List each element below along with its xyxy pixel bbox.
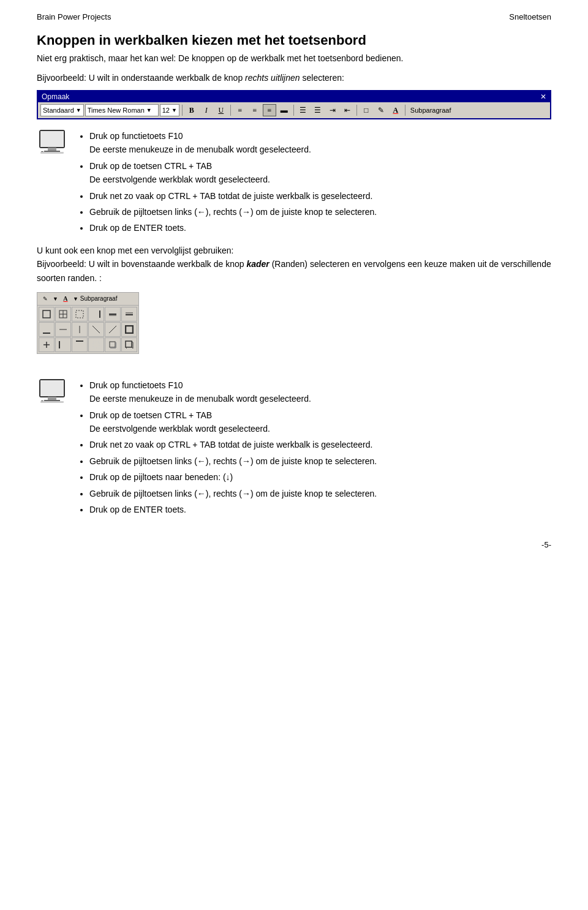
dropdown-size-arrow: ▼ xyxy=(172,107,177,113)
list-item: Druk net zo vaak op CTRL + TAB totdat de… xyxy=(89,189,377,203)
toolbar-separator-4 xyxy=(356,105,357,116)
small-toolbar-top: ✎ ▼ A ▼ Subparagraaf xyxy=(37,293,138,306)
tb-cell-top-thick[interactable] xyxy=(105,307,121,322)
toolbar-border-button[interactable]: □ xyxy=(360,104,373,116)
toolbar-underline-button[interactable]: U xyxy=(214,104,228,116)
toolbar-dropdown-style[interactable]: Standaard ▼ xyxy=(40,104,84,116)
dropdown-style-arrow: ▼ xyxy=(76,107,81,113)
svg-rect-21 xyxy=(126,326,133,333)
tb-cell-shadow[interactable] xyxy=(105,337,121,352)
toolbar-title: Opmaak xyxy=(42,92,69,101)
list-item: Druk op de pijltoets naar beneden: (↓) xyxy=(89,470,377,484)
svg-rect-3 xyxy=(44,151,60,152)
list-item: Druk op de ENTER toets. xyxy=(89,503,377,516)
page-number: -5- xyxy=(541,540,551,549)
list-item: Gebruik de pijltoetsen links (←), rechts… xyxy=(89,487,377,500)
list-item: Gebruik de pijltoetsen links (←), rechts… xyxy=(89,205,377,219)
toolbar-align-right-button[interactable]: ≡ xyxy=(263,104,276,116)
tb-cell-top-border[interactable] xyxy=(72,337,88,352)
list-item: Druk op de ENTER toets. xyxy=(89,221,377,235)
tb-cell-double-bottom[interactable] xyxy=(121,307,137,322)
toolbar-indent-button[interactable]: ⇥ xyxy=(326,104,339,116)
subtitle: Niet erg praktisch, maar het kan wel: De… xyxy=(37,53,551,63)
list-item: Druk op functietoets F10De eerste menuke… xyxy=(89,378,377,406)
tb-cell-bottom-border[interactable] xyxy=(39,322,55,337)
tb-cell-right-border[interactable] xyxy=(88,307,104,322)
toolbar-list-bullet-button[interactable]: ☰ xyxy=(296,104,310,116)
tb-cell-thick-box[interactable] xyxy=(121,322,137,337)
small-toolbar-grid xyxy=(37,306,138,353)
intro-text: Bijvoorbeeld: U wilt in onderstaande wer… xyxy=(37,73,551,83)
tb-cell-diag-up[interactable] xyxy=(105,322,121,337)
toolbar-separator-5 xyxy=(405,105,405,116)
list-item: Druk op de toetsen CTRL + TABDe eerstvol… xyxy=(89,159,377,187)
toolbar-close: ✕ xyxy=(540,92,546,101)
list-item: Druk net zo vaak op CTRL + TAB totdat de… xyxy=(89,438,377,451)
tb-cell-outside[interactable] xyxy=(39,307,55,322)
small-toolbar-mockup: ✎ ▼ A ▼ Subparagraaf xyxy=(37,292,139,354)
toolbar-outdent-button[interactable]: ⇤ xyxy=(341,104,354,116)
svg-rect-5 xyxy=(40,152,64,154)
svg-rect-26 xyxy=(93,342,99,348)
svg-rect-40 xyxy=(40,401,64,403)
tb-cell-all-borders[interactable] xyxy=(55,307,71,322)
toolbar-font-color-button[interactable]: A xyxy=(389,104,402,116)
tb-cell-inner-v[interactable] xyxy=(72,322,88,337)
toolbar-italic-button[interactable]: I xyxy=(200,104,213,116)
tb-cell-dotted[interactable] xyxy=(72,307,88,322)
dropdown-size-label: 12 xyxy=(162,107,170,114)
dropdown-font-label: Times New Roman xyxy=(88,107,145,114)
header: Brain Power Projects Sneltoetsen xyxy=(37,12,551,21)
tb-cell-inner-h[interactable] xyxy=(55,322,71,337)
list-item: Druk op de toetsen CTRL + TABDe eerstvol… xyxy=(89,408,377,436)
toolbar-align-justify-button[interactable]: ▬ xyxy=(277,104,291,116)
toolbar-body: Standaard ▼ Times New Roman ▼ 12 ▼ B I U… xyxy=(38,102,550,118)
svg-line-19 xyxy=(92,326,100,333)
header-left: Brain Power Projects xyxy=(37,12,111,21)
toolbar-list-number-button[interactable]: ☰ xyxy=(311,104,325,116)
toolbar-titlebar: Opmaak ✕ xyxy=(38,91,550,102)
tb-cell-left-border[interactable] xyxy=(55,337,71,352)
tb-cell-3d[interactable] xyxy=(121,337,137,352)
page: Brain Power Projects Sneltoetsen Knoppen… xyxy=(0,0,588,562)
bullet-list-2: Druk op functietoets F10De eerste menuke… xyxy=(77,378,377,519)
toolbar-dropdown-size[interactable]: 12 ▼ xyxy=(160,104,179,116)
toolbar-align-left-button[interactable]: ≡ xyxy=(233,104,247,116)
bullet-section-2: Druk op functietoets F10De eerste menuke… xyxy=(37,378,551,519)
tb-cell-diag-down[interactable] xyxy=(88,322,104,337)
svg-rect-1 xyxy=(40,131,64,147)
header-right: Sneltoetsen xyxy=(509,12,551,21)
toolbar-separator-2 xyxy=(230,105,231,116)
dropdown-font-arrow: ▼ xyxy=(146,107,152,113)
monitor-icon-2 xyxy=(37,378,67,405)
small-tb-subparagraaf: Subparagraaf xyxy=(80,295,118,302)
svg-rect-27 xyxy=(110,342,115,347)
middle-text: U kunt ook een knop met een vervolglijst… xyxy=(37,244,551,285)
toolbar-subparagraaf-label: Subparagraaf xyxy=(410,107,451,114)
monitor-icon-1 xyxy=(37,129,67,156)
list-item: Gebruik de pijltoetsen links (←), rechts… xyxy=(89,454,377,468)
list-item: Druk op functietoets F10De eerste menuke… xyxy=(89,129,377,157)
svg-rect-38 xyxy=(44,400,60,401)
svg-line-20 xyxy=(109,326,116,333)
tb-cell-plus[interactable] xyxy=(39,337,55,352)
bullet-list-1: Druk op functietoets F10De eerste menuke… xyxy=(77,129,377,238)
toolbar-mockup: Opmaak ✕ Standaard ▼ Times New Roman ▼ 1… xyxy=(37,90,551,119)
svg-rect-28 xyxy=(110,347,116,348)
svg-rect-37 xyxy=(48,397,56,400)
bullet-section-1: Druk op functietoets F10De eerste menuke… xyxy=(37,129,551,238)
small-tb-font-color[interactable]: A xyxy=(60,294,71,304)
svg-rect-2 xyxy=(48,148,56,151)
dropdown-style-label: Standaard xyxy=(43,107,74,114)
svg-rect-36 xyxy=(40,380,64,396)
svg-rect-6 xyxy=(43,310,50,318)
toolbar-align-center-button[interactable]: ≡ xyxy=(248,104,262,116)
toolbar-bold-button[interactable]: B xyxy=(185,104,198,116)
toolbar-separator-3 xyxy=(293,105,294,116)
svg-rect-29 xyxy=(115,342,116,348)
toolbar-pencil-button[interactable]: ✎ xyxy=(374,104,388,116)
small-tb-pencil[interactable]: ✎ xyxy=(40,294,51,304)
toolbar-dropdown-font[interactable]: Times New Roman ▼ xyxy=(85,104,159,116)
svg-rect-30 xyxy=(126,341,132,347)
tb-cell-no-border[interactable] xyxy=(88,337,104,352)
